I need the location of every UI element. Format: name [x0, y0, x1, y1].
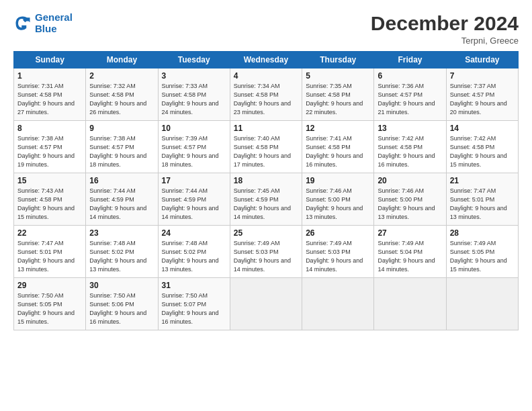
table-cell: 16Sunrise: 7:44 AMSunset: 4:59 PMDayligh…	[86, 173, 158, 226]
table-cell: 15Sunrise: 7:43 AMSunset: 4:58 PMDayligh…	[14, 173, 86, 226]
logo-text: General Blue	[35, 12, 73, 34]
col-wednesday: Wednesday	[230, 52, 302, 68]
table-cell: 24Sunrise: 7:48 AMSunset: 5:02 PMDayligh…	[158, 226, 230, 278]
table-cell: 23Sunrise: 7:48 AMSunset: 5:02 PMDayligh…	[86, 226, 158, 278]
logo-icon	[13, 14, 32, 33]
header: General Blue December 2024 Terpni, Greec…	[13, 12, 519, 46]
table-cell: 4Sunrise: 7:34 AMSunset: 4:58 PMDaylight…	[230, 68, 302, 121]
table-cell: 13Sunrise: 7:42 AMSunset: 4:58 PMDayligh…	[374, 121, 446, 173]
col-tuesday: Tuesday	[158, 52, 230, 68]
page: General Blue December 2024 Terpni, Greec…	[0, 0, 532, 411]
table-cell: 26Sunrise: 7:49 AMSunset: 5:03 PMDayligh…	[302, 226, 374, 278]
table-cell: 28Sunrise: 7:49 AMSunset: 5:05 PMDayligh…	[446, 226, 518, 278]
table-cell: 11Sunrise: 7:40 AMSunset: 4:58 PMDayligh…	[230, 121, 302, 173]
table-cell: 19Sunrise: 7:46 AMSunset: 5:00 PMDayligh…	[302, 173, 374, 226]
title-block: December 2024 Terpni, Greece	[371, 12, 519, 46]
table-cell: 6Sunrise: 7:36 AMSunset: 4:57 PMDaylight…	[374, 68, 446, 121]
table-cell	[302, 278, 374, 330]
table-cell: 7Sunrise: 7:37 AMSunset: 4:57 PMDaylight…	[446, 68, 518, 121]
header-row: Sunday Monday Tuesday Wednesday Thursday…	[14, 52, 519, 68]
table-cell: 1Sunrise: 7:31 AMSunset: 4:58 PMDaylight…	[14, 68, 86, 121]
col-saturday: Saturday	[446, 52, 518, 68]
table-cell: 20Sunrise: 7:46 AMSunset: 5:00 PMDayligh…	[374, 173, 446, 226]
table-cell: 14Sunrise: 7:42 AMSunset: 4:58 PMDayligh…	[446, 121, 518, 173]
table-cell: 27Sunrise: 7:49 AMSunset: 5:04 PMDayligh…	[374, 226, 446, 278]
table-cell: 10Sunrise: 7:39 AMSunset: 4:57 PMDayligh…	[158, 121, 230, 173]
table-cell: 22Sunrise: 7:47 AMSunset: 5:01 PMDayligh…	[14, 226, 86, 278]
table-cell: 18Sunrise: 7:45 AMSunset: 4:59 PMDayligh…	[230, 173, 302, 226]
table-cell: 8Sunrise: 7:38 AMSunset: 4:57 PMDaylight…	[14, 121, 86, 173]
table-cell: 31Sunrise: 7:50 AMSunset: 5:07 PMDayligh…	[158, 278, 230, 330]
table-cell: 3Sunrise: 7:33 AMSunset: 4:58 PMDaylight…	[158, 68, 230, 121]
table-cell	[230, 278, 302, 330]
logo: General Blue	[13, 12, 73, 34]
month-title: December 2024	[371, 12, 519, 34]
col-thursday: Thursday	[302, 52, 374, 68]
location: Terpni, Greece	[371, 36, 519, 46]
table-cell	[446, 278, 518, 330]
table-cell: 2Sunrise: 7:32 AMSunset: 4:58 PMDaylight…	[86, 68, 158, 121]
table-cell: 29Sunrise: 7:50 AMSunset: 5:05 PMDayligh…	[14, 278, 86, 330]
col-sunday: Sunday	[14, 52, 86, 68]
col-monday: Monday	[86, 52, 158, 68]
table-cell: 9Sunrise: 7:38 AMSunset: 4:57 PMDaylight…	[86, 121, 158, 173]
table-cell	[374, 278, 446, 330]
col-friday: Friday	[374, 52, 446, 68]
calendar-table: Sunday Monday Tuesday Wednesday Thursday…	[13, 51, 519, 330]
table-cell: 25Sunrise: 7:49 AMSunset: 5:03 PMDayligh…	[230, 226, 302, 278]
table-cell: 12Sunrise: 7:41 AMSunset: 4:58 PMDayligh…	[302, 121, 374, 173]
table-cell: 30Sunrise: 7:50 AMSunset: 5:06 PMDayligh…	[86, 278, 158, 330]
table-cell: 21Sunrise: 7:47 AMSunset: 5:01 PMDayligh…	[446, 173, 518, 226]
table-cell: 5Sunrise: 7:35 AMSunset: 4:58 PMDaylight…	[302, 68, 374, 121]
table-cell: 17Sunrise: 7:44 AMSunset: 4:59 PMDayligh…	[158, 173, 230, 226]
